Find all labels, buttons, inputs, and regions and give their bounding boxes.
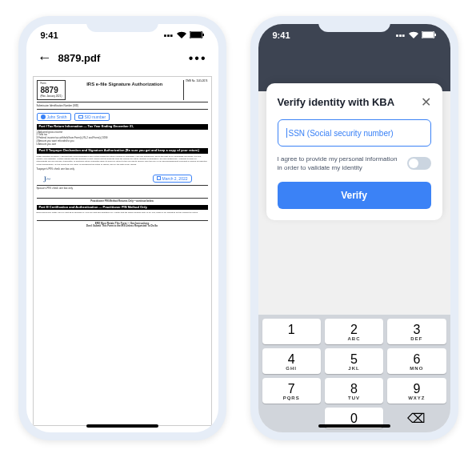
spouse-sig-label: Spouse's PIN: check one box only [37, 187, 208, 191]
spouse-sig-line [37, 192, 208, 199]
pin-method-label: Practitioner PIN Method Returns Only—con… [37, 200, 208, 203]
battery-icon [422, 30, 436, 40]
part1-body: 1 Adjusted gross income2 Total tax3 Fede… [37, 131, 208, 147]
taxpayer-pin-label: Taxpayer's PIN: check one box only [37, 168, 208, 171]
part2-header: Part II Taxpayer Declaration and Signatu… [37, 148, 208, 154]
user-icon [41, 114, 46, 119]
header-bar: ← 8879.pdf ••• [26, 43, 218, 73]
consent-toggle[interactable] [407, 157, 431, 170]
signature-line: J~ March 2, 2022 [37, 176, 208, 186]
calendar-icon [157, 176, 161, 180]
status-time: 9:41 [273, 30, 290, 40]
home-indicator[interactable] [86, 424, 158, 428]
key-delete[interactable]: ⌫ [387, 408, 446, 428]
screen-right: 9:41 ▪▪▪ Verify identity with KBA ✕ SSN … [258, 24, 450, 432]
document-viewport[interactable]: Form 8879 (Rev. January 2021) IRS e-file… [26, 73, 218, 432]
signal-icon: ▪▪▪ [396, 30, 406, 40]
svg-rect-2 [202, 34, 204, 36]
screen-left: 9:41 ▪▪▪ ← 8879.pdf ••• Form 88 [26, 24, 218, 432]
part3-header: Part III Certification and Authenticatio… [37, 205, 208, 211]
id-icon [78, 115, 83, 119]
notch [318, 16, 390, 32]
more-options-icon[interactable]: ••• [189, 51, 207, 66]
key-5[interactable]: 5JKL [325, 348, 383, 374]
phone-frame-right: 9:41 ▪▪▪ Verify identity with KBA ✕ SSN … [250, 16, 458, 440]
form-number-box: Form 8879 (Rev. January 2021) [37, 80, 66, 100]
key-9[interactable]: 9WXYZ [387, 378, 446, 404]
sid-field[interactable]: SID number [74, 113, 110, 121]
svg-rect-5 [434, 34, 436, 36]
part1-header: Part I Tax Return Information — Tax Year… [37, 124, 208, 130]
wifi-icon [409, 30, 418, 40]
form-number: 8879 [41, 86, 62, 95]
signature-mark: J~ [42, 174, 50, 183]
form-8879: Form 8879 (Rev. January 2021) IRS e-file… [33, 76, 212, 426]
battery-icon [190, 30, 204, 40]
key-1[interactable]: 1 [262, 319, 321, 344]
key-7[interactable]: 7PQRS [262, 378, 321, 404]
notch [86, 16, 158, 32]
phone-frame-left: 9:41 ▪▪▪ ← 8879.pdf ••• Form 88 [18, 16, 226, 440]
status-time: 9:41 [41, 30, 58, 40]
numeric-keypad: 1 2ABC 3DEF 4GHI 5JKL 6MNO 7PQRS 8TUV 9W… [258, 315, 450, 432]
kba-modal: Verify identity with KBA ✕ SSN (Social s… [266, 83, 442, 220]
status-icons: ▪▪▪ [164, 30, 204, 40]
status-icons: ▪▪▪ [396, 30, 436, 40]
backspace-icon: ⌫ [407, 411, 426, 426]
back-arrow-icon[interactable]: ← [38, 50, 52, 66]
date-field[interactable]: March 2, 2022 [153, 175, 192, 183]
ero-sig-line [37, 216, 208, 221]
part3-body: ERO's EFIN/PIN. Enter your six-digit EFI… [37, 211, 208, 214]
close-icon[interactable]: ✕ [421, 94, 431, 110]
text-cursor [286, 128, 287, 138]
consent-text: I agree to provide my personal informati… [278, 155, 401, 172]
modal-title: Verify identity with KBA [278, 96, 395, 108]
key-2[interactable]: 2ABC [325, 319, 383, 344]
signal-icon: ▪▪▪ [164, 30, 174, 40]
svg-rect-1 [190, 32, 202, 38]
key-3[interactable]: 3DEF [387, 319, 446, 344]
key-8[interactable]: 8TUV [325, 378, 383, 404]
footer-2: Don't Submit This Form to the IRS Unless… [37, 225, 208, 228]
form-title: IRS e-file Signature Authorization [66, 80, 183, 100]
part2-body: Under penalties of perjury, I declare th… [37, 155, 208, 166]
key-6[interactable]: 6MNO [387, 348, 446, 374]
home-indicator[interactable] [318, 424, 390, 428]
ssn-input[interactable]: SSN (Social security number) [278, 119, 431, 147]
svg-rect-4 [422, 32, 434, 38]
name-field[interactable]: John Smith [37, 113, 71, 121]
wifi-icon [177, 30, 186, 40]
toggle-knob [409, 159, 418, 168]
document-title: 8879.pdf [58, 52, 189, 64]
key-blank [262, 408, 321, 428]
verify-button[interactable]: Verify [278, 182, 431, 209]
key-4[interactable]: 4GHI [262, 348, 321, 374]
